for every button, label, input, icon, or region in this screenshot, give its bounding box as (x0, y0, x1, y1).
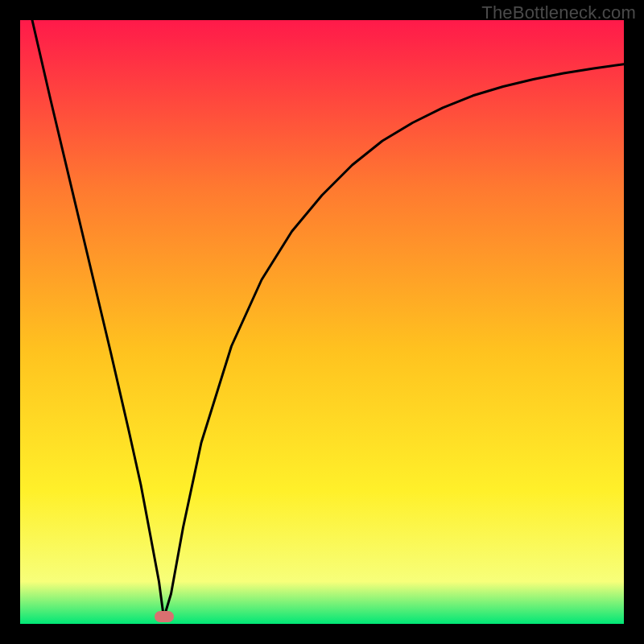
chart-container: TheBottleneck.com (0, 0, 644, 644)
optimal-point-marker (155, 611, 174, 622)
plot-area (20, 20, 624, 624)
watermark-text: TheBottleneck.com (481, 2, 636, 23)
bottleneck-curve (20, 20, 624, 624)
